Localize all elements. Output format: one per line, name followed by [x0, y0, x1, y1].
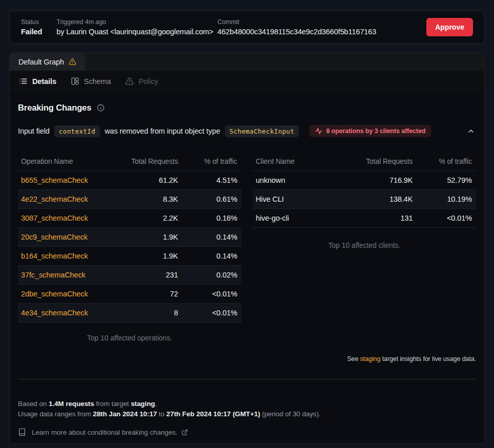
cell-traffic: 10.19%: [413, 195, 476, 203]
operation-link[interactable]: b164_schemaCheck: [21, 252, 88, 260]
target-name: staging: [131, 400, 155, 408]
status-label: Status: [21, 18, 42, 26]
table-row: 3087_schemaCheck 2.2K 0.16%: [18, 208, 241, 227]
table-row: 20c9_schemaCheck 1.9K 0.14%: [18, 227, 241, 246]
cell-traffic: 0.02%: [178, 271, 241, 279]
learn-more-link[interactable]: Learn more about conditional breaking ch…: [18, 428, 476, 436]
breaking-change-accordion-header[interactable]: Input field contextId was removed from i…: [18, 125, 476, 137]
section-divider: [18, 379, 476, 379]
cell-traffic: 52.79%: [413, 176, 476, 184]
table-row: 4e22_schemaCheck 8.3K 0.61%: [18, 189, 241, 208]
cell-requests: 131: [347, 214, 413, 222]
cell-requests: 72: [113, 290, 178, 298]
info-icon[interactable]: [97, 104, 105, 112]
triggered-group: Triggered 4m ago by Laurin Quast <laurin…: [56, 18, 203, 36]
col-pct-traffic: % of traffic: [413, 157, 476, 165]
summary-text: Based on: [18, 400, 49, 408]
operation-link[interactable]: 37fc_schemaCheck: [21, 271, 86, 279]
tab-policy[interactable]: Policy: [125, 77, 158, 86]
summary-text: from target: [94, 400, 131, 408]
cell-traffic: <0.01%: [178, 290, 241, 298]
clients-table-header: Client Name Total Requests % of traffic: [253, 152, 476, 170]
check-details-card: Default Graph Details Schema: [9, 52, 485, 444]
cell-requests: 8.3K: [113, 195, 178, 203]
cell-traffic: 0.14%: [178, 252, 241, 260]
cell-traffic: 4.51%: [178, 176, 241, 184]
tab-policy-label: Policy: [138, 77, 158, 86]
col-client-name: Client Name: [253, 157, 347, 165]
affected-operations-badge: 8 operations by 3 clients affected: [310, 125, 431, 137]
graph-tab-label: Default Graph: [18, 58, 64, 66]
approve-button[interactable]: Approve: [426, 18, 473, 36]
schema-icon: [71, 77, 79, 86]
commit-group: Commit 462b48000c34198115c34e9c2d3660f5b…: [217, 18, 376, 36]
breaking-changes-title-row: Breaking Changes: [18, 103, 476, 113]
operations-table: Operation Name Total Requests % of traff…: [18, 152, 241, 342]
check-tab-nav: Details Schema Policy: [10, 71, 484, 92]
list-icon: [19, 77, 28, 86]
table-row: hive-go-cli 131 <0.01%: [253, 208, 476, 227]
table-row: unknown 716.9K 52.79%: [253, 170, 476, 189]
cell-traffic: <0.01%: [413, 214, 476, 222]
usage-summary-line2: Usage data ranges from 28th Jan 2024 10:…: [18, 409, 476, 419]
clients-caption: Top 10 affected clients.: [253, 241, 476, 249]
page: Status Failed Triggered 4m ago by Laurin…: [0, 0, 494, 444]
change-text-before: Input field: [18, 127, 50, 135]
usage-summary-line1: Based on 1.4M requests from target stagi…: [18, 399, 476, 409]
col-pct-traffic: % of traffic: [178, 157, 241, 165]
change-text-middle: was removed from input object type: [105, 127, 220, 135]
summary-text: to: [157, 410, 166, 418]
operation-link[interactable]: 4e22_schemaCheck: [21, 195, 88, 203]
clients-table: Client Name Total Requests % of traffic …: [253, 152, 476, 249]
insights-note: See staging target insights for live usa…: [18, 355, 476, 362]
chevron-up-icon[interactable]: [466, 126, 476, 136]
cell-traffic: 0.61%: [178, 195, 241, 203]
change-field-code: contextId: [54, 125, 100, 137]
insights-note-suffix: target insights for live usage data.: [380, 355, 476, 362]
tab-details-label: Details: [32, 77, 56, 86]
details-content: Breaking Changes Input field contextId w…: [10, 92, 484, 443]
change-type-code: SchemaCheckInput: [225, 125, 299, 137]
status-value: Failed: [21, 28, 42, 36]
section-title: Breaking Changes: [18, 103, 91, 113]
status-group: Status Failed: [21, 18, 42, 36]
operation-link[interactable]: 2dbe_schemaCheck: [21, 290, 88, 298]
table-row: Hive CLI 138.4K 10.19%: [253, 189, 476, 208]
tab-details[interactable]: Details: [19, 77, 56, 86]
operation-link[interactable]: b655_schemaCheck: [21, 176, 88, 184]
tab-schema-label: Schema: [84, 77, 111, 86]
cell-requests: 138.4K: [347, 195, 413, 203]
insights-note-prefix: See: [347, 355, 360, 362]
operation-link[interactable]: 4e34_schemaCheck: [21, 309, 88, 317]
staging-target-link[interactable]: staging: [360, 355, 381, 362]
learn-more-label: Learn more about conditional breaking ch…: [32, 429, 177, 436]
summary-text: .: [155, 400, 157, 408]
cell-requests: 231: [113, 271, 178, 279]
table-row: b655_schemaCheck 61.2K 4.51%: [18, 170, 241, 189]
clients-table-body: unknown 716.9K 52.79% Hive CLI 138.4K 10…: [253, 170, 476, 228]
range-end-date: 27th Feb 2024 10:17 (GMT+1): [167, 410, 260, 418]
external-link-icon: [181, 429, 188, 436]
cell-requests: 716.9K: [347, 176, 413, 184]
usage-tables: Operation Name Total Requests % of traff…: [18, 152, 476, 342]
operations-caption: Top 10 affected operations.: [18, 334, 241, 342]
check-header-card: Status Failed Triggered 4m ago by Laurin…: [9, 10, 485, 44]
tab-default-graph[interactable]: Default Graph: [10, 53, 85, 71]
col-total-requests: Total Requests: [113, 157, 178, 165]
summary-text: Usage data ranges from: [18, 410, 93, 418]
operation-link[interactable]: 3087_schemaCheck: [21, 214, 88, 222]
requests-count: 1.4M requests: [49, 400, 94, 408]
cell-requests: 2.2K: [113, 214, 178, 222]
triggered-author: by Laurin Quast <laurinquast@googlemail.…: [56, 28, 203, 36]
activity-pulse-icon: [315, 127, 322, 135]
cell-requests: 1.9K: [113, 233, 178, 241]
tab-schema[interactable]: Schema: [71, 77, 111, 86]
warning-triangle-icon: [69, 58, 76, 66]
book-icon: [18, 428, 26, 436]
operation-link[interactable]: 20c9_schemaCheck: [21, 233, 88, 241]
cell-requests: 8: [113, 309, 178, 317]
cell-traffic: 0.16%: [178, 214, 241, 222]
triggered-label: Triggered 4m ago: [56, 18, 203, 26]
cell-client-name: unknown: [253, 176, 347, 184]
operations-table-header: Operation Name Total Requests % of traff…: [18, 152, 241, 170]
